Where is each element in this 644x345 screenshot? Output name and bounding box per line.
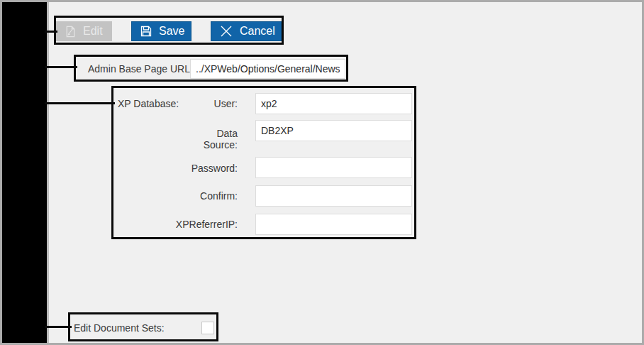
save-button[interactable]: Save	[131, 21, 191, 41]
callout-line-1	[45, 31, 57, 33]
callout-box-edit-document-sets	[68, 312, 218, 341]
save-floppy-icon	[140, 25, 152, 38]
callout-rail	[0, 0, 47, 345]
cancel-button[interactable]: Cancel	[211, 21, 282, 41]
callout-line-4	[45, 326, 72, 328]
settings-page: 1 2 3 4 Edit Save Cancel	[0, 0, 644, 345]
callout-box-admin-url	[74, 55, 348, 82]
edit-button-label: Edit	[83, 25, 103, 38]
edit-pencil-icon	[65, 26, 77, 38]
cancel-button-label: Cancel	[240, 25, 275, 38]
callout-line-2	[45, 66, 77, 68]
edit-button[interactable]: Edit	[56, 21, 112, 41]
cancel-x-icon	[219, 24, 233, 38]
callout-box-xp-database	[111, 86, 416, 239]
callout-line-3	[45, 102, 115, 104]
save-button-label: Save	[159, 25, 184, 38]
callout-box-toolbar: Edit Save Cancel	[54, 16, 284, 45]
rail-edge-divider	[47, 0, 49, 345]
